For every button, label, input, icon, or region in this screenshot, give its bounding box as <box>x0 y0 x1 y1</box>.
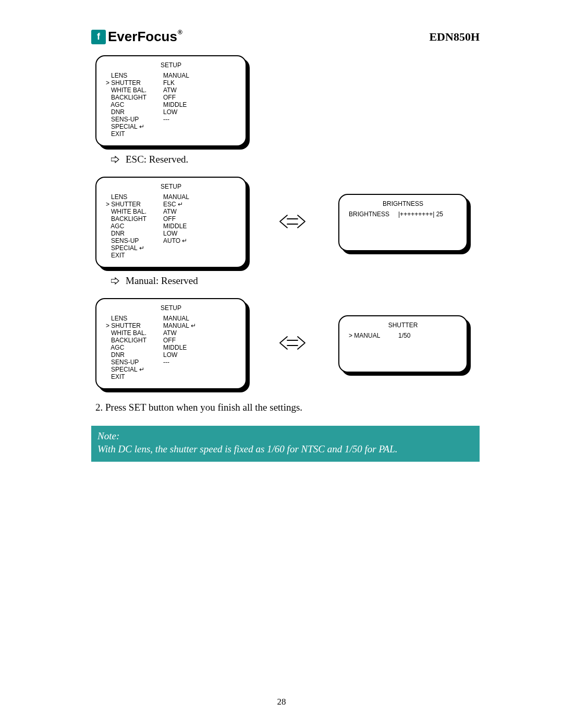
osd-value: --- <box>163 359 169 366</box>
osd-label: SPECIAL ↵ <box>106 123 163 130</box>
osd-row: SPECIAL ↵ <box>106 123 236 130</box>
osd-row: LENSMANUAL <box>106 72 236 79</box>
osd-label: BACKLIGHT <box>106 94 163 101</box>
osd-label: WHITE BAL. <box>106 208 163 215</box>
osd-row: WHITE BAL.ATW <box>106 87 236 94</box>
registered-icon: ® <box>178 29 182 36</box>
osd-value: ESC ↵ <box>163 201 183 208</box>
osd-label: > SHUTTER <box>106 201 163 208</box>
note-body: With DC lens, the shutter speed is fixed… <box>97 443 473 456</box>
osd-label: BRIGHTNESS <box>349 211 398 218</box>
osd-row: WHITE BAL.ATW <box>106 329 236 337</box>
osd-label: SPECIAL ↵ <box>106 366 163 373</box>
osd-title: SETUP <box>106 183 236 190</box>
osd-panel-brightness: BRIGHTNESS BRIGHTNESS|+++++++++| 25 <box>338 194 468 251</box>
osd-value: LOW <box>163 351 177 359</box>
bullet-text: Manual: Reserved <box>126 275 198 287</box>
osd-row: SENS-UPAUTO ↵ <box>106 237 236 244</box>
osd-rows: LENSMANUAL> SHUTTERESC ↵ WHITE BAL.ATW B… <box>106 193 236 259</box>
osd-label: BACKLIGHT <box>106 337 163 344</box>
osd-row: DNRLOW <box>106 351 236 359</box>
bullet-text: ESC: Reserved. <box>126 154 188 165</box>
osd-title: SETUP <box>106 61 236 69</box>
osd-value: FLK <box>163 79 175 87</box>
osd-row: DNRLOW <box>106 108 236 116</box>
osd-row: WHITE BAL.ATW <box>106 208 236 215</box>
osd-value: AUTO ↵ <box>163 237 187 244</box>
osd-label: WHITE BAL. <box>106 329 163 337</box>
osd-value: MIDDLE <box>163 223 187 230</box>
osd-value: MIDDLE <box>163 344 187 351</box>
osd-label: SENS-UP <box>106 237 163 244</box>
osd-row: > MANUAL1/50 <box>349 332 457 339</box>
osd-row: AGCMIDDLE <box>106 223 236 230</box>
osd-row: SPECIAL ↵ <box>106 366 236 373</box>
osd-value: OFF <box>163 337 176 344</box>
page-number: 28 <box>0 697 563 707</box>
osd-row: EXIT <box>106 373 236 380</box>
osd-value: LOW <box>163 108 177 116</box>
osd-label: DNR <box>106 351 163 359</box>
osd-label: > MANUAL <box>349 332 398 339</box>
osd-row: SENS-UP--- <box>106 116 236 123</box>
osd-row: AGCMIDDLE <box>106 101 236 108</box>
osd-row: > SHUTTERFLK <box>106 79 236 87</box>
model-number: EDN850H <box>429 30 480 44</box>
osd-row: EXIT <box>106 252 236 259</box>
note-title: Note: <box>97 430 473 443</box>
osd-rows: LENSMANUAL> SHUTTERMANUAL ↵ WHITE BAL.AT… <box>106 315 236 380</box>
double-arrow-icon <box>278 335 307 353</box>
osd-label: SENS-UP <box>106 359 163 366</box>
osd-rows: > MANUAL1/50 <box>349 332 457 339</box>
osd-title: BRIGHTNESS <box>349 200 457 207</box>
osd-label: LENS <box>106 315 163 322</box>
osd-label: > SHUTTER <box>106 322 163 329</box>
bullet-esc-reserved: ESC: Reserved. <box>111 154 480 165</box>
osd-rows: LENSMANUAL> SHUTTERFLK WHITE BAL.ATW BAC… <box>106 72 236 138</box>
osd-row: BACKLIGHTOFF <box>106 337 236 344</box>
osd-value: MANUAL ↵ <box>163 322 196 329</box>
osd-value: |+++++++++| 25 <box>398 211 443 218</box>
osd-label: SPECIAL ↵ <box>106 244 163 252</box>
osd-value: ATW <box>163 87 177 94</box>
osd-rows: BRIGHTNESS|+++++++++| 25 <box>349 211 457 218</box>
osd-label: LENS <box>106 193 163 201</box>
osd-row: EXIT <box>106 130 236 138</box>
osd-row: > SHUTTERMANUAL ↵ <box>106 322 236 329</box>
brand-logo: f EverFocus® <box>91 29 182 45</box>
osd-value: MANUAL <box>163 72 189 79</box>
osd-label: EXIT <box>106 252 163 259</box>
osd-value: MANUAL <box>163 315 189 322</box>
osd-panel-setup-1: SETUP LENSMANUAL> SHUTTERFLK WHITE BAL.A… <box>95 55 247 146</box>
osd-row: BACKLIGHTOFF <box>106 94 236 101</box>
osd-row: LENSMANUAL <box>106 315 236 322</box>
bullet-manual-reserved: Manual: Reserved <box>111 275 480 287</box>
osd-row: LENSMANUAL <box>106 193 236 201</box>
osd-title: SETUP <box>106 304 236 312</box>
osd-label: > SHUTTER <box>106 79 163 87</box>
osd-value: OFF <box>163 94 176 101</box>
osd-label: SENS-UP <box>106 116 163 123</box>
step-2-text: 2. Press SET button when you finish all … <box>95 402 480 413</box>
osd-row: AGCMIDDLE <box>106 344 236 351</box>
osd-value: ATW <box>163 208 177 215</box>
osd-value: 1/50 <box>398 332 410 339</box>
osd-label: AGC <box>106 223 163 230</box>
osd-label: EXIT <box>106 373 163 380</box>
osd-label: BACKLIGHT <box>106 215 163 223</box>
osd-value: ATW <box>163 329 177 337</box>
osd-label: DNR <box>106 108 163 116</box>
osd-row: SPECIAL ↵ <box>106 244 236 252</box>
osd-value: LOW <box>163 230 177 237</box>
osd-label: LENS <box>106 72 163 79</box>
osd-value: OFF <box>163 215 176 223</box>
double-arrow-icon <box>278 213 307 232</box>
osd-row: DNRLOW <box>106 230 236 237</box>
osd-row: > SHUTTERESC ↵ <box>106 201 236 208</box>
osd-label: EXIT <box>106 130 163 138</box>
osd-value: MIDDLE <box>163 101 187 108</box>
page-header: f EverFocus® EDN850H <box>91 29 480 45</box>
osd-label: WHITE BAL. <box>106 87 163 94</box>
osd-panel-shutter: SHUTTER > MANUAL1/50 <box>338 315 468 373</box>
osd-panel-setup-2: SETUP LENSMANUAL> SHUTTERESC ↵ WHITE BAL… <box>95 177 247 268</box>
